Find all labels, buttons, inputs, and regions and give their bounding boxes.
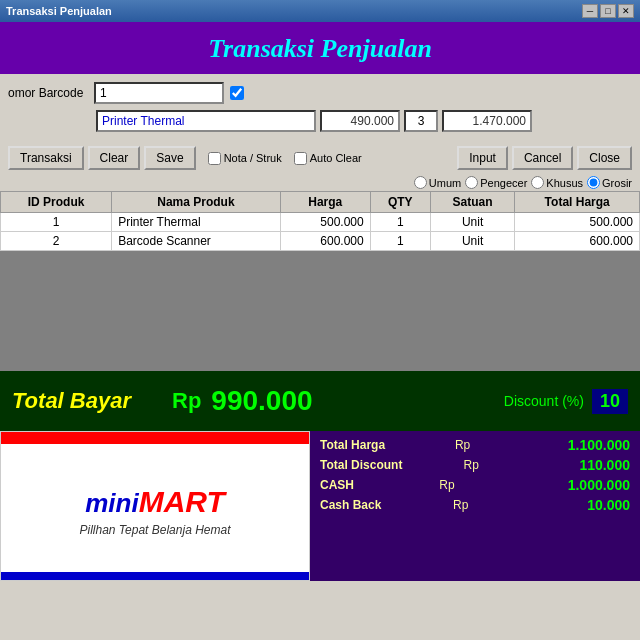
- summary-rp: Rp: [453, 498, 468, 512]
- total-bayar-label: Total Bayar: [12, 388, 162, 414]
- radio-umum[interactable]: Umum: [414, 176, 461, 189]
- summary-value: 10.000: [540, 497, 630, 513]
- summary-label: Total Discount: [320, 458, 402, 472]
- logo-tagline: Pillhan Tepat Belanja Hemat: [80, 523, 231, 537]
- summary-row: Total Harga Rp 1.100.000: [320, 437, 630, 453]
- radio-row: Umum Pengecer Khusus Grosir: [0, 174, 640, 191]
- barcode-label: omor Barcode: [8, 86, 88, 100]
- qty-input[interactable]: [404, 110, 438, 132]
- barcode-input[interactable]: [94, 82, 224, 104]
- col-total: Total Harga: [515, 192, 640, 213]
- col-qty: QTY: [370, 192, 430, 213]
- title-bar: Transaksi Penjualan ─ □ ✕: [0, 0, 640, 22]
- radio-grosir-input[interactable]: [587, 176, 600, 189]
- discount-label: Discount (%): [504, 393, 584, 409]
- radio-khusus[interactable]: Khusus: [531, 176, 583, 189]
- summary-rp: Rp: [464, 458, 479, 472]
- summary-label: Total Harga: [320, 438, 385, 452]
- table-empty: [0, 251, 640, 371]
- radio-grosir[interactable]: Grosir: [587, 176, 632, 189]
- radio-umum-input[interactable]: [414, 176, 427, 189]
- form-row1: omor Barcode: [8, 82, 632, 104]
- logo-mart: MART: [139, 485, 225, 519]
- close-button[interactable]: Close: [577, 146, 632, 170]
- cell-harga: 600.000: [280, 232, 370, 251]
- logo-red-bar: [1, 432, 309, 444]
- summary-value: 1.000.000: [540, 477, 630, 493]
- cell-satuan: Unit: [430, 232, 515, 251]
- auto-clear-checkbox[interactable]: [294, 152, 307, 165]
- table-area: ID Produk Nama Produk Harga QTY Satuan T…: [0, 191, 640, 371]
- summary-value: 1.100.000: [540, 437, 630, 453]
- auto-clear-label: Auto Clear: [294, 152, 362, 165]
- title-bar-buttons: ─ □ ✕: [582, 4, 634, 18]
- close-window-button[interactable]: ✕: [618, 4, 634, 18]
- save-button[interactable]: Save: [144, 146, 195, 170]
- barcode-checkbox[interactable]: [230, 86, 244, 100]
- total-bayar-amount: 990.000: [211, 385, 312, 417]
- radio-pengecer[interactable]: Pengecer: [465, 176, 527, 189]
- summary-row: Cash Back Rp 10.000: [320, 497, 630, 513]
- logo-blue-bar: [1, 572, 309, 580]
- main-window: Transaksi Penjualan omor Barcode Transak…: [0, 22, 640, 640]
- radio-pengecer-input[interactable]: [465, 176, 478, 189]
- summary-rp: Rp: [439, 478, 454, 492]
- col-id: ID Produk: [1, 192, 112, 213]
- maximize-button[interactable]: □: [600, 4, 616, 18]
- cell-qty: 1: [370, 232, 430, 251]
- col-harga: Harga: [280, 192, 370, 213]
- cell-qty: 1: [370, 213, 430, 232]
- product-table: ID Produk Nama Produk Harga QTY Satuan T…: [0, 191, 640, 251]
- title-bar-text: Transaksi Penjualan: [6, 5, 112, 17]
- header-title: Transaksi Penjualan: [0, 34, 640, 64]
- input-button[interactable]: Input: [457, 146, 508, 170]
- clear-button[interactable]: Clear: [88, 146, 141, 170]
- logo-mini: mini: [85, 488, 138, 519]
- summary-value: 110.000: [540, 457, 630, 473]
- summary-row: Total Discount Rp 110.000: [320, 457, 630, 473]
- logo-section: mini MART Pillhan Tepat Belanja Hemat: [0, 431, 310, 581]
- cell-satuan: Unit: [430, 213, 515, 232]
- col-satuan: Satuan: [430, 192, 515, 213]
- col-name: Nama Produk: [112, 192, 281, 213]
- nota-struk-label: Nota / Struk: [208, 152, 282, 165]
- cell-id: 1: [1, 213, 112, 232]
- cell-id: 2: [1, 232, 112, 251]
- form-row2: [8, 110, 632, 132]
- summary-rp: Rp: [455, 438, 470, 452]
- discount-value: 10: [592, 389, 628, 414]
- minimize-button[interactable]: ─: [582, 4, 598, 18]
- cell-harga: 500.000: [280, 213, 370, 232]
- cell-name: Printer Thermal: [112, 213, 281, 232]
- total-bayar-bar: Total Bayar Rp 990.000 Discount (%) 10: [0, 371, 640, 431]
- bottom-section: mini MART Pillhan Tepat Belanja Hemat To…: [0, 431, 640, 581]
- summary-row: CASH Rp 1.000.000: [320, 477, 630, 493]
- table-row[interactable]: 1 Printer Thermal 500.000 1 Unit 500.000: [1, 213, 640, 232]
- transaksi-button[interactable]: Transaksi: [8, 146, 84, 170]
- total-input[interactable]: [442, 110, 532, 132]
- cancel-button[interactable]: Cancel: [512, 146, 573, 170]
- buttons-row: Transaksi Clear Save Nota / Struk Auto C…: [0, 142, 640, 174]
- cell-name: Barcode Scanner: [112, 232, 281, 251]
- product-name-input[interactable]: [96, 110, 316, 132]
- form-area: omor Barcode: [0, 74, 640, 142]
- table-row[interactable]: 2 Barcode Scanner 600.000 1 Unit 600.000: [1, 232, 640, 251]
- price-input[interactable]: [320, 110, 400, 132]
- total-bayar-rp: Rp: [172, 388, 201, 414]
- summary-label: Cash Back: [320, 498, 381, 512]
- nota-struk-checkbox[interactable]: [208, 152, 221, 165]
- logo-minimart: mini MART: [85, 485, 225, 519]
- cell-total: 500.000: [515, 213, 640, 232]
- header-section: Transaksi Penjualan: [0, 22, 640, 74]
- summary-section: Total Harga Rp 1.100.000 Total Discount …: [310, 431, 640, 581]
- cell-total: 600.000: [515, 232, 640, 251]
- radio-khusus-input[interactable]: [531, 176, 544, 189]
- summary-label: CASH: [320, 478, 354, 492]
